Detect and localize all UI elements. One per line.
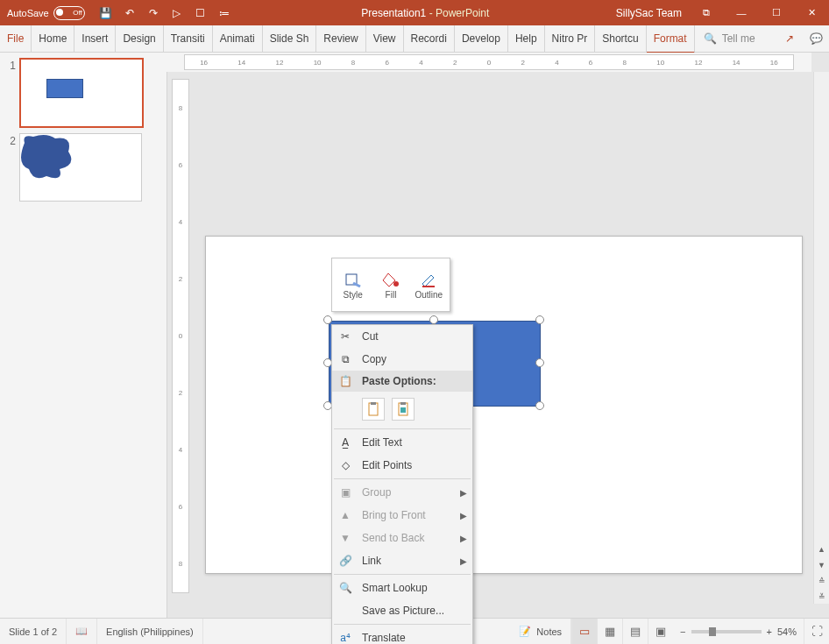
vertical-ruler: 864202468: [172, 79, 189, 593]
reading-view-button[interactable]: ▤: [622, 619, 648, 644]
autosave-toggle[interactable]: Off: [53, 6, 85, 20]
zoom-slider-knob[interactable]: [709, 627, 716, 636]
tell-me-label: Tell me: [722, 32, 755, 45]
ctx-edit-points[interactable]: ◇ Edit Points: [332, 454, 472, 477]
ruler-tick: 10: [656, 59, 664, 67]
clipboard-icon: [366, 402, 380, 416]
slide-indicator[interactable]: Slide 1 of 2: [0, 619, 67, 644]
tab-transitions[interactable]: Transiti: [164, 25, 213, 52]
slide-thumbnail-2[interactable]: [19, 133, 142, 202]
cut-icon: ✂: [337, 329, 353, 344]
fill-icon: [382, 271, 400, 288]
prev-slide-button[interactable]: ≙: [814, 573, 829, 588]
tab-help[interactable]: Help: [508, 25, 545, 52]
mini-style-button[interactable]: Style: [335, 261, 371, 308]
scroll-down-button[interactable]: ▼: [814, 557, 829, 572]
zoom-out-button[interactable]: −: [680, 626, 685, 637]
ctx-copy[interactable]: ⧉ Copy: [332, 348, 472, 371]
tab-slideshow[interactable]: Slide Sh: [263, 25, 317, 52]
normal-view-button[interactable]: ▭: [571, 619, 597, 644]
mini-fill-button[interactable]: Fill: [372, 261, 408, 308]
ctx-edit-text-label: Edit Text: [362, 436, 402, 449]
ribbon-display-button[interactable]: ⧉: [689, 0, 724, 25]
ribbon-tabs: File Home Insert Design Transiti Animati…: [0, 25, 829, 53]
paste-options-row: [332, 392, 472, 427]
slide-sorter-button[interactable]: ▦: [597, 619, 622, 644]
tab-format[interactable]: Format: [647, 25, 695, 53]
tab-design[interactable]: Design: [116, 25, 163, 52]
quick-access-toolbar: 💾 ↶ ↷ ▷ ☐ ≔: [96, 3, 235, 24]
paste-as-picture[interactable]: [392, 398, 414, 421]
notes-button[interactable]: 📝 Notes: [510, 619, 571, 644]
zoom-controls: − + 54%: [673, 626, 804, 637]
ruler-tick: 6: [179, 503, 182, 511]
ctx-smart-lookup[interactable]: 🔍 Smart Lookup: [332, 577, 472, 599]
tab-home[interactable]: Home: [32, 25, 74, 52]
svg-rect-3: [369, 403, 378, 415]
autosave-label: AutoSave: [7, 8, 49, 18]
ctx-send-back-label: Send to Back: [362, 532, 424, 544]
paste-use-destination-theme[interactable]: [362, 398, 385, 421]
search-icon: 🔍: [704, 32, 717, 45]
horizontal-ruler: 1614121086420246810121416: [167, 53, 811, 72]
outline-icon: [420, 271, 437, 288]
ruler-tick: 16: [200, 59, 208, 67]
tell-me[interactable]: 🔍 Tell me: [695, 25, 764, 52]
context-menu: ✂ Cut ⧉ Copy 📋 Paste Options: A̲ Edit Te…: [331, 324, 473, 644]
slide-thumbnail-1[interactable]: [19, 58, 144, 128]
tab-insert[interactable]: Insert: [74, 25, 116, 52]
ruler-tick: 8: [351, 59, 355, 67]
tab-nitro[interactable]: Nitro Pr: [545, 25, 596, 52]
ctx-separator: [334, 428, 471, 429]
ruler-tick: 4: [419, 59, 422, 67]
edit-points-icon: ◇: [337, 457, 353, 473]
comments-button[interactable]: 💬: [803, 25, 829, 52]
edit-text-icon: A̲: [337, 435, 353, 450]
scroll-up-button[interactable]: ▲: [814, 541, 829, 556]
save-button[interactable]: 💾: [96, 3, 117, 24]
ctx-link[interactable]: 🔗 Link ▶: [332, 549, 472, 572]
ctx-edit-text[interactable]: A̲ Edit Text: [332, 431, 472, 454]
redo-button[interactable]: ↷: [143, 3, 164, 24]
window-title: Presentation1 - PowerPoint: [235, 7, 616, 19]
tab-shortcut[interactable]: Shortcu: [595, 25, 646, 52]
mini-outline-button[interactable]: Outline: [411, 261, 447, 308]
touch-mode-button[interactable]: ☐: [190, 3, 211, 24]
next-slide-button[interactable]: ≚: [814, 589, 829, 604]
ctx-translate[interactable]: a⁴ Translate: [332, 626, 472, 644]
ruler-tick: 2: [521, 59, 524, 67]
slideshow-view-button[interactable]: ▣: [648, 619, 673, 644]
share-button[interactable]: ↗: [776, 25, 803, 52]
fit-to-window-button[interactable]: ⛶: [804, 619, 829, 644]
ctx-cut[interactable]: ✂ Cut: [332, 325, 472, 348]
tab-view[interactable]: View: [366, 25, 404, 52]
account-name[interactable]: SillySac Team: [616, 7, 682, 19]
slideshow-from-start-button[interactable]: ▷: [167, 3, 188, 24]
slide-canvas[interactable]: [205, 236, 803, 574]
ctx-group: ▣ Group ▶: [332, 481, 472, 504]
document-name: Presentation1: [361, 7, 426, 19]
close-button[interactable]: ✕: [794, 0, 829, 25]
vertical-scrollbar[interactable]: ▲ ▼ ≙ ≚: [813, 72, 829, 604]
tab-animations[interactable]: Animati: [213, 25, 263, 52]
ctx-save-as-picture[interactable]: Save as Picture...: [332, 599, 472, 622]
maximize-button[interactable]: ☐: [759, 0, 794, 25]
zoom-in-button[interactable]: +: [767, 626, 772, 637]
tab-developer[interactable]: Develop: [455, 25, 508, 52]
tab-review[interactable]: Review: [316, 25, 365, 52]
slide-thumbnails-pane[interactable]: 1 2: [0, 53, 167, 619]
ctx-cut-label: Cut: [362, 330, 379, 343]
bring-front-icon: ▲: [337, 507, 353, 523]
tab-recording[interactable]: Recordi: [404, 25, 455, 52]
undo-button[interactable]: ↶: [119, 3, 140, 24]
ctx-separator: [334, 478, 471, 479]
minimize-button[interactable]: —: [724, 0, 759, 25]
tab-file[interactable]: File: [0, 25, 32, 52]
language-indicator[interactable]: English (Philippines): [97, 619, 203, 644]
svg-point-1: [393, 281, 399, 287]
mini-style-label: Style: [344, 290, 363, 300]
zoom-level[interactable]: 54%: [777, 626, 797, 637]
bullets-button[interactable]: ≔: [214, 3, 235, 24]
zoom-slider[interactable]: [691, 630, 762, 633]
spellcheck-button[interactable]: 📖: [67, 619, 97, 644]
